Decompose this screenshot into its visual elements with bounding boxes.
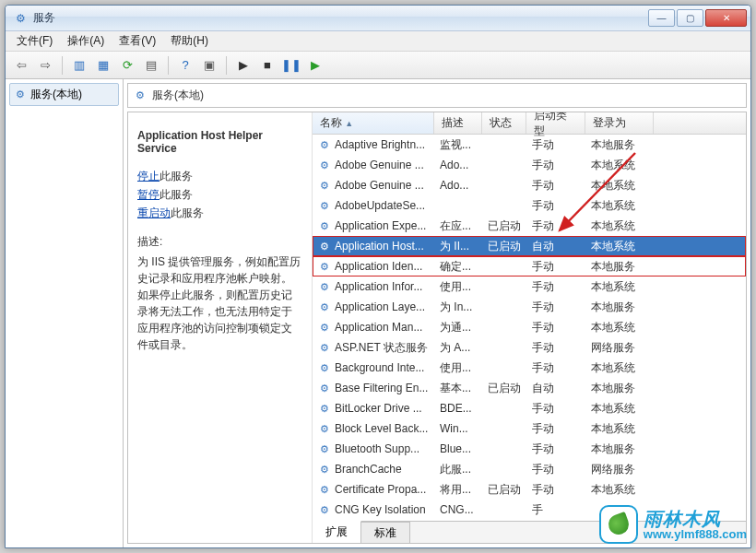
service-logon: 本地服务 bbox=[585, 300, 654, 315]
tab-standard[interactable]: 标准 bbox=[361, 522, 410, 543]
service-logon: 本地系统 bbox=[585, 158, 654, 173]
service-name: CNG Key Isolation bbox=[335, 503, 426, 516]
service-desc: 为 A... bbox=[434, 340, 482, 356]
service-startup: 手动 bbox=[526, 259, 585, 275]
service-name: ASP.NET 状态服务 bbox=[335, 340, 428, 356]
table-row[interactable]: ⚙BranchCache此服...手动网络服务 bbox=[313, 459, 746, 479]
table-row[interactable]: ⚙Adobe Genuine ...Ado...手动本地系统 bbox=[313, 155, 746, 175]
service-logon: 本地服务 bbox=[585, 441, 654, 457]
table-row[interactable]: ⚙Base Filtering En...基本...已启动自动本地服务 bbox=[313, 378, 746, 398]
table-row[interactable]: ⚙ASP.NET 状态服务为 A...手动网络服务 bbox=[313, 337, 746, 358]
maximize-button[interactable]: ▢ bbox=[677, 9, 703, 27]
service-startup: 自动 bbox=[526, 239, 585, 254]
nav-forward-icon[interactable]: ⇨ bbox=[35, 55, 55, 76]
service-name: Application Man... bbox=[335, 321, 422, 334]
table-row[interactable]: ⚙BitLocker Drive ...BDE...手动本地系统 bbox=[313, 398, 746, 418]
service-startup: 手动 bbox=[526, 137, 585, 153]
restart-service-icon[interactable]: ▶ bbox=[305, 55, 325, 76]
app-icon: ⚙ bbox=[13, 11, 28, 26]
watermark-logo bbox=[599, 505, 638, 544]
service-name: Block Level Back... bbox=[335, 422, 428, 435]
col-header-desc[interactable]: 描述 bbox=[434, 112, 482, 134]
start-service-icon[interactable]: ▶ bbox=[233, 55, 254, 76]
service-status: 已启动 bbox=[482, 239, 526, 254]
table-row[interactable]: ⚙Adobe Genuine ...Ado...手动本地系统 bbox=[313, 175, 746, 195]
service-logon: 本地系统 bbox=[585, 198, 654, 214]
service-name: Application Iden... bbox=[335, 260, 422, 273]
action-pause-line: 暂停此服务 bbox=[137, 186, 302, 203]
col-header-name[interactable]: 名称 ▲ bbox=[313, 112, 434, 134]
gear-icon: ⚙ bbox=[318, 260, 331, 273]
service-startup: 手 bbox=[526, 502, 585, 518]
col-header-logon[interactable]: 登录为 bbox=[585, 112, 654, 134]
restart-link[interactable]: 重启动 bbox=[137, 206, 171, 219]
service-name: Certificate Propa... bbox=[335, 483, 426, 496]
service-logon: 本地系统 bbox=[585, 360, 654, 376]
gear-icon: ⚙ bbox=[318, 138, 331, 151]
detail-pane: Application Host Helper Service 停止此服务 暂停… bbox=[128, 112, 313, 543]
service-startup: 手动 bbox=[526, 401, 585, 417]
stop-service-icon[interactable]: ■ bbox=[257, 55, 278, 76]
menu-file[interactable]: 文件(F) bbox=[9, 31, 60, 51]
pause-link[interactable]: 暂停 bbox=[137, 188, 159, 201]
table-row[interactable]: ⚙Background Inte...使用...手动本地系统 bbox=[313, 358, 746, 378]
nav-back-icon[interactable]: ⇦ bbox=[11, 55, 31, 76]
close-button[interactable]: ✕ bbox=[705, 9, 747, 27]
table-row[interactable]: ⚙Application Infor...使用...手动本地系统 bbox=[313, 276, 746, 297]
properties-icon[interactable]: ▦ bbox=[93, 55, 113, 76]
service-logon: 本地系统 bbox=[585, 482, 654, 498]
show-hide-tree-icon[interactable]: ▥ bbox=[69, 55, 89, 76]
service-logon: 本地系统 bbox=[585, 320, 654, 335]
service-startup: 手动 bbox=[526, 421, 585, 437]
service-desc: 使用... bbox=[434, 360, 482, 376]
tree-root-label: 服务(本地) bbox=[30, 87, 82, 102]
table-row[interactable]: ⚙Certificate Propa...将用...已启动手动本地系统 bbox=[313, 479, 746, 500]
props-icon[interactable]: ▣ bbox=[199, 55, 219, 76]
gear-icon: ⚙ bbox=[318, 179, 331, 192]
gear-icon: ⚙ bbox=[318, 442, 331, 455]
menu-action[interactable]: 操作(A) bbox=[60, 31, 112, 51]
service-name: Application Infor... bbox=[335, 280, 422, 293]
gear-icon: ⚙ bbox=[318, 402, 331, 415]
service-logon: 本地系统 bbox=[585, 279, 654, 295]
pause-service-icon[interactable]: ❚❚ bbox=[281, 55, 301, 76]
tree-root-services-local[interactable]: ⚙ 服务(本地) bbox=[9, 83, 119, 106]
menu-view[interactable]: 查看(V) bbox=[112, 31, 163, 51]
service-desc: CNG... bbox=[434, 503, 482, 516]
separator bbox=[226, 56, 227, 75]
service-status: 已启动 bbox=[482, 218, 526, 234]
gear-icon: ⚙ bbox=[318, 219, 331, 232]
action-restart-line: 重启动此服务 bbox=[137, 205, 302, 221]
tab-extended[interactable]: 扩展 bbox=[313, 521, 361, 543]
menu-help[interactable]: 帮助(H) bbox=[163, 31, 216, 51]
minimize-button[interactable]: — bbox=[648, 9, 675, 27]
table-row[interactable]: ⚙Application Iden...确定...手动本地服务 bbox=[313, 256, 746, 276]
table-row[interactable]: ⚙Application Man...为通...手动本地系统 bbox=[313, 317, 746, 337]
export-list-icon[interactable]: ▤ bbox=[141, 55, 161, 76]
service-name: BranchCache bbox=[335, 463, 402, 476]
col-header-status[interactable]: 状态 bbox=[482, 112, 526, 134]
table-row[interactable]: ⚙Bluetooth Supp...Blue...手动本地服务 bbox=[313, 439, 746, 459]
list-body[interactable]: ⚙Adaptive Brightn...监视...手动本地服务⚙Adobe Ge… bbox=[313, 135, 746, 521]
table-row[interactable]: ⚙Block Level Back...Win...手动本地系统 bbox=[313, 418, 746, 439]
gear-icon: ⚙ bbox=[318, 280, 331, 293]
refresh-icon[interactable]: ⟳ bbox=[117, 55, 137, 76]
table-row[interactable]: ⚙Adaptive Brightn...监视...手动本地服务 bbox=[313, 135, 746, 155]
service-desc: 使用... bbox=[434, 279, 482, 295]
service-startup: 手动 bbox=[526, 441, 585, 457]
table-row[interactable]: ⚙Application Host...为 II...已启动自动本地系统 bbox=[313, 236, 746, 256]
help-icon[interactable]: ? bbox=[175, 55, 195, 76]
gear-icon: ⚙ bbox=[318, 382, 331, 394]
table-row[interactable]: ⚙AdobeUpdateSe...手动本地系统 bbox=[313, 195, 746, 216]
service-desc: 基本... bbox=[434, 381, 482, 396]
results-pane: ⚙ 服务(本地) Application Host Helper Service… bbox=[124, 79, 750, 547]
service-name: Bluetooth Supp... bbox=[335, 442, 419, 455]
stop-link[interactable]: 停止 bbox=[137, 170, 159, 182]
col-header-startup[interactable]: 启动类型 bbox=[526, 112, 585, 134]
service-name: Application Host... bbox=[335, 240, 424, 253]
table-row[interactable]: ⚙Application Laye...为 In...手动本地服务 bbox=[313, 297, 746, 317]
services-window: ⚙ 服务 — ▢ ✕ 文件(F) 操作(A) 查看(V) 帮助(H) ⇦ ⇨ ▥… bbox=[5, 5, 751, 548]
table-row[interactable]: ⚙Application Expe...在应...已启动手动本地系统 bbox=[313, 216, 746, 236]
titlebar[interactable]: ⚙ 服务 — ▢ ✕ bbox=[6, 6, 750, 31]
gear-icon: ⚙ bbox=[318, 199, 331, 212]
